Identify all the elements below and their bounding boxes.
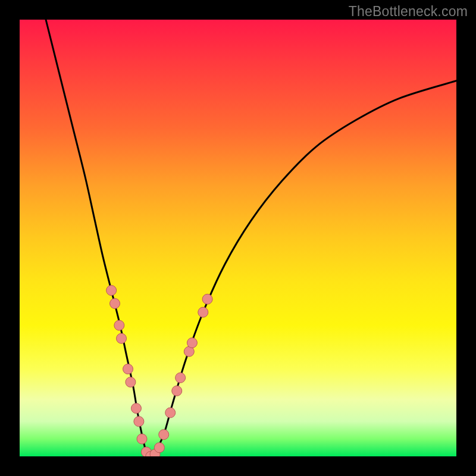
data-marker [154, 443, 164, 453]
chart-frame: TheBottleneck.com [0, 0, 476, 476]
data-marker [123, 364, 133, 374]
data-marker [131, 403, 141, 414]
bottleneck-curve [46, 20, 456, 456]
data-marker [202, 294, 212, 304]
data-marker [172, 386, 182, 396]
data-marker [126, 377, 136, 387]
data-marker [117, 333, 127, 343]
data-marker [137, 434, 147, 444]
watermark-text: TheBottleneck.com [349, 4, 468, 20]
data-marker [165, 408, 176, 418]
data-marker [176, 372, 186, 383]
plot-area [20, 20, 456, 456]
data-marker [134, 416, 144, 427]
data-marker [114, 320, 124, 330]
data-marker [187, 338, 197, 348]
data-marker [159, 430, 169, 440]
data-marker [198, 307, 208, 317]
chart-svg [20, 20, 456, 456]
data-marker [110, 299, 120, 309]
data-marker [107, 286, 117, 296]
curve-markers [107, 286, 212, 456]
